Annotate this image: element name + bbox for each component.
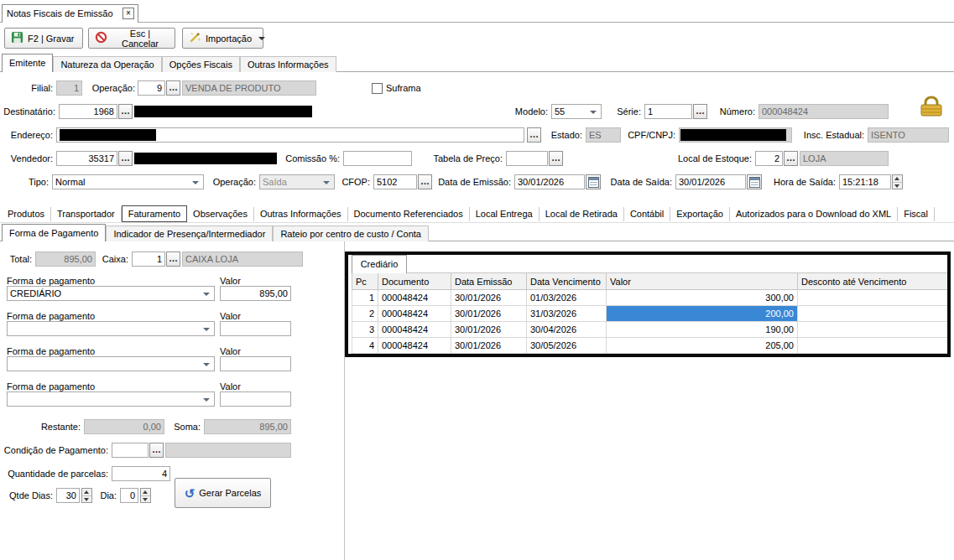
tab-outras-informacoes[interactable]: Outras Informações bbox=[254, 207, 348, 221]
valor-field-4[interactable] bbox=[220, 391, 291, 407]
tab-faturamento[interactable]: Faturamento bbox=[122, 205, 187, 222]
forma-pagamento-combobox-1[interactable]: CREDIÁRIO bbox=[7, 286, 215, 301]
qtde-dias-spinner[interactable] bbox=[81, 488, 92, 503]
vendedor-field[interactable]: 35317 bbox=[56, 151, 117, 166]
spin-up-icon[interactable] bbox=[82, 489, 91, 495]
document-tab[interactable]: Notas Fiscais de Emissão × bbox=[2, 4, 138, 23]
condicao-pagamento-browse-button[interactable]: … bbox=[149, 443, 164, 458]
grid-row-1[interactable]: 1 000048424 30/01/2026 01/03/2026 300,00 bbox=[352, 290, 950, 306]
data-saida-field[interactable]: 30/01/2026 bbox=[675, 174, 746, 189]
data-saida-calendar-button[interactable] bbox=[747, 174, 762, 189]
data-emissao-calendar-button[interactable] bbox=[586, 174, 601, 189]
forma-pagamento-combobox-3[interactable] bbox=[7, 356, 215, 371]
spin-down-icon[interactable] bbox=[82, 495, 91, 503]
grid-cell-data-vencimento[interactable]: 30/05/2026 bbox=[527, 338, 607, 354]
grid-cell-pc[interactable]: 4 bbox=[352, 338, 378, 354]
grid-cell-valor[interactable]: 205,00 bbox=[607, 338, 798, 354]
cancel-button[interactable]: Esc | Cancelar bbox=[88, 28, 175, 49]
tab-natureza-da-operacao[interactable]: Natureza da Operação bbox=[53, 56, 161, 72]
tab-contabil[interactable]: Contábil bbox=[624, 207, 670, 221]
tabela-preco-browse-button[interactable]: … bbox=[549, 151, 563, 166]
tab-opcoes-fiscais[interactable]: Opções Fiscais bbox=[162, 56, 240, 72]
endereco-field[interactable] bbox=[56, 127, 524, 143]
dia-field[interactable]: 0 bbox=[120, 488, 138, 503]
grid-cell-desconto[interactable] bbox=[798, 306, 950, 322]
tab-local-de-retirada[interactable]: Local de Retirada bbox=[540, 207, 624, 221]
grid-cell-documento[interactable]: 000048424 bbox=[378, 338, 451, 354]
condicao-pagamento-field[interactable] bbox=[112, 443, 149, 458]
serie-browse-button[interactable]: … bbox=[693, 104, 707, 119]
grid-cell-documento[interactable]: 000048424 bbox=[378, 290, 451, 306]
lock-icon[interactable] bbox=[917, 96, 946, 117]
gerar-parcelas-button[interactable]: ↺ Gerar Parcelas bbox=[175, 478, 271, 508]
hora-saida-spinner[interactable] bbox=[892, 174, 903, 189]
tab-indicador-de-presenca-intermediador[interactable]: Indicador de Presença/Intermediador bbox=[106, 226, 273, 241]
valor-field-3[interactable] bbox=[220, 356, 291, 371]
grid-cell-data-emissao[interactable]: 30/01/2026 bbox=[451, 338, 527, 354]
modelo-combobox[interactable]: 55 bbox=[551, 104, 602, 119]
grid-cell-valor[interactable]: 190,00 bbox=[607, 322, 798, 338]
operacao-field[interactable]: 9 bbox=[138, 80, 165, 96]
tab-emitente[interactable]: Emitente bbox=[2, 54, 53, 72]
grid-cell-valor[interactable]: 300,00 bbox=[607, 290, 798, 306]
grid-cell-data-vencimento[interactable]: 31/03/2026 bbox=[527, 306, 607, 322]
local-estoque-field[interactable]: 2 bbox=[755, 151, 783, 166]
spin-up-icon[interactable] bbox=[141, 489, 150, 495]
close-tab-button[interactable]: × bbox=[123, 8, 134, 19]
quantidade-parcelas-field[interactable]: 4 bbox=[112, 466, 170, 481]
serie-field[interactable]: 1 bbox=[644, 104, 692, 119]
qtde-dias-field[interactable]: 30 bbox=[56, 488, 80, 503]
caixa-field[interactable]: 1 bbox=[132, 251, 165, 267]
grid-cell-pc[interactable]: 1 bbox=[352, 290, 378, 306]
forma-pagamento-combobox-4[interactable] bbox=[7, 391, 215, 407]
endereco-browse-button[interactable]: … bbox=[527, 127, 541, 143]
suframa-checkbox[interactable] bbox=[372, 83, 383, 94]
grid-cell-data-vencimento[interactable]: 01/03/2026 bbox=[527, 290, 607, 306]
tab-documento-referenciados[interactable]: Documento Referenciados bbox=[348, 207, 470, 221]
grid-cell-pc[interactable]: 3 bbox=[352, 322, 378, 338]
data-emissao-field[interactable]: 30/01/2026 bbox=[514, 174, 585, 189]
grid-cell-data-vencimento[interactable]: 30/04/2026 bbox=[527, 322, 607, 338]
grid-cell-pc[interactable]: 2 bbox=[352, 306, 378, 322]
vendedor-browse-button[interactable]: … bbox=[118, 151, 133, 166]
tab-forma-de-pagamento[interactable]: Forma de Pagamento bbox=[2, 224, 106, 241]
tab-fiscal[interactable]: Fiscal bbox=[898, 207, 935, 221]
grid-cell-data-emissao[interactable]: 30/01/2026 bbox=[451, 322, 527, 338]
grid-cell-valor-selected[interactable]: 200,00 bbox=[607, 306, 798, 322]
grid-row-2[interactable]: 2 000048424 30/01/2026 31/03/2026 200,00 bbox=[352, 306, 950, 322]
comissao-field[interactable] bbox=[343, 151, 412, 166]
tab-local-entrega[interactable]: Local Entrega bbox=[470, 207, 540, 221]
tab-produtos[interactable]: Produtos bbox=[2, 207, 51, 221]
grid-cell-desconto[interactable] bbox=[798, 322, 950, 338]
valor-field-1[interactable]: 895,00 bbox=[220, 286, 291, 301]
tab-autorizados-download-xml[interactable]: Autorizados para o Download do XML bbox=[730, 207, 898, 221]
import-button[interactable]: Importação bbox=[182, 28, 263, 49]
grid-cell-data-emissao[interactable]: 30/01/2026 bbox=[451, 306, 527, 322]
spin-up-icon[interactable] bbox=[893, 175, 902, 182]
tab-observacoes[interactable]: Observações bbox=[187, 207, 254, 221]
spin-down-icon[interactable] bbox=[893, 182, 902, 189]
grid-cell-desconto[interactable] bbox=[798, 290, 950, 306]
tab-crediario[interactable]: Crediário bbox=[352, 255, 407, 273]
tabela-preco-field[interactable] bbox=[506, 151, 548, 166]
tab-outras-informacoes-top[interactable]: Outras Informações bbox=[240, 56, 336, 72]
grid-cell-desconto[interactable] bbox=[798, 338, 950, 354]
destinatario-field[interactable]: 1968 bbox=[59, 104, 117, 119]
caixa-browse-button[interactable]: … bbox=[166, 251, 180, 267]
cfop-browse-button[interactable]: … bbox=[418, 174, 432, 189]
valor-field-2[interactable] bbox=[220, 321, 291, 336]
tab-rateio-por-centro-de-custo-conta[interactable]: Rateio por centro de custo / Conta bbox=[273, 226, 429, 241]
save-button[interactable]: F2 | Gravar bbox=[4, 28, 83, 49]
tipo-combobox[interactable]: Normal bbox=[52, 174, 204, 189]
tab-exportacao[interactable]: Exportação bbox=[670, 207, 730, 221]
cfop-field[interactable]: 5102 bbox=[373, 174, 417, 189]
spin-down-icon[interactable] bbox=[141, 495, 150, 503]
dia-spinner[interactable] bbox=[140, 488, 151, 503]
destinatario-browse-button[interactable]: … bbox=[118, 104, 133, 119]
forma-pagamento-combobox-2[interactable] bbox=[7, 321, 215, 336]
grid-row-4[interactable]: 4 000048424 30/01/2026 30/05/2026 205,00 bbox=[352, 338, 950, 354]
hora-saida-field[interactable]: 15:21:18 bbox=[839, 174, 891, 189]
grid-cell-documento[interactable]: 000048424 bbox=[378, 306, 451, 322]
grid-cell-data-emissao[interactable]: 30/01/2026 bbox=[451, 290, 527, 306]
tab-transportador[interactable]: Transportador bbox=[51, 207, 122, 221]
